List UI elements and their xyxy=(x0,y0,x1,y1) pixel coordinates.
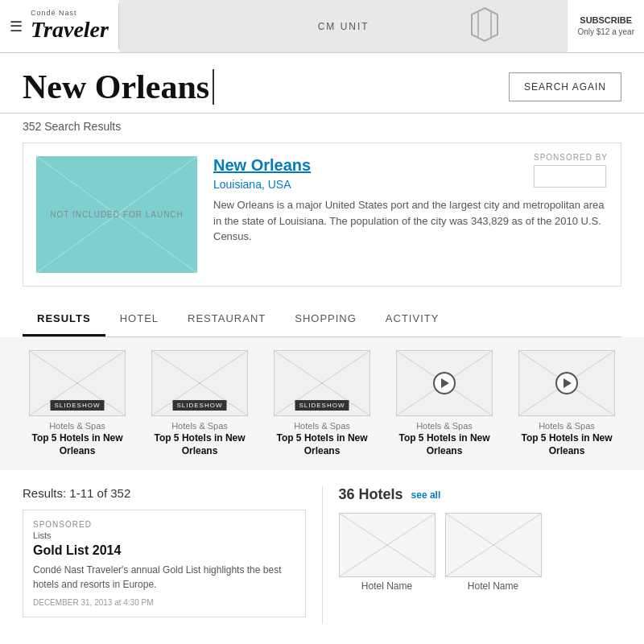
slide-thumb-2: SLIDESHOW xyxy=(151,350,248,416)
hotel-thumbs: Hotel Name Hotel Name xyxy=(339,513,622,592)
subscribe-label[interactable]: SUBSCRIBE xyxy=(577,14,634,27)
slide-thumb-4 xyxy=(396,350,493,416)
slide-item-3[interactable]: SLIDESHOW Hotels & Spas Top 5 Hotels in … xyxy=(267,350,377,457)
search-area: New Orleans SEARCH AGAIN xyxy=(0,53,644,114)
header-left: ☰ Condé Nast Traveler xyxy=(0,3,119,49)
feature-image: NOT INCLUDED FOR LAUNCH xyxy=(36,156,197,273)
search-title-wrap: New Orleans xyxy=(23,68,214,106)
slide-title-1: Top 5 Hotels in New Orleans xyxy=(23,432,132,457)
sponsored-by-label: SPONSORED BY xyxy=(534,153,608,162)
search-again-button[interactable]: SEARCH AGAIN xyxy=(509,72,621,101)
sponsored-tag: SPONSORED xyxy=(33,520,295,529)
slideshow-badge-1: SLIDESHOW xyxy=(50,400,104,411)
logo-area: Condé Nast Traveler xyxy=(31,10,109,43)
tab-activity[interactable]: ACTIVITY xyxy=(371,303,454,336)
slide-item-5[interactable]: Hotels & Spas Top 5 Hotels in New Orlean… xyxy=(512,350,621,457)
tab-hotel[interactable]: HOTEL xyxy=(105,303,173,336)
hotels-count-label: 36 Hotels xyxy=(339,486,403,503)
slide-category-2: Hotels & Spas xyxy=(171,421,228,431)
sponsored-by-box xyxy=(534,165,606,188)
brand-main: Traveler xyxy=(31,18,109,43)
play-triangle-4 xyxy=(441,378,449,388)
sponsored-by: SPONSORED BY xyxy=(534,153,608,188)
play-button-4[interactable] xyxy=(433,372,456,394)
hotel-thumb-2 xyxy=(445,513,542,577)
feature-description: New Orleans is a major United States por… xyxy=(213,197,608,245)
subscribe-area: SUBSCRIBE Only $12 a year xyxy=(568,8,644,44)
ad-label: CM UNIT xyxy=(318,21,369,32)
header-ad: CM UNIT xyxy=(119,0,568,52)
see-all-link[interactable]: see all xyxy=(411,489,441,501)
hotel-item-1[interactable]: Hotel Name xyxy=(339,513,436,592)
tab-restaurant[interactable]: RESTAURANT xyxy=(173,303,280,336)
slide-thumb-3: SLIDESHOW xyxy=(274,350,370,416)
slideshow-badge-2: SLIDESHOW xyxy=(172,400,226,411)
left-column: Results: 1-11 of 352 SPONSORED Lists Gol… xyxy=(23,486,323,624)
hotel-name-2: Hotel Name xyxy=(468,580,518,592)
slide-thumb-5 xyxy=(518,350,615,416)
slide-item-2[interactable]: SLIDESHOW Hotels & Spas Top 5 Hotels in … xyxy=(145,350,254,457)
tabs-area: RESULTS HOTEL RESTAURANT SHOPPING ACTIVI… xyxy=(23,303,621,337)
slide-category-1: Hotels & Spas xyxy=(49,421,105,431)
feature-card: NOT INCLUDED FOR LAUNCH New Orleans Loui… xyxy=(23,142,621,287)
hotel-thumb-1 xyxy=(339,513,436,577)
slide-title-4: Top 5 Hotels in New Orleans xyxy=(390,432,499,457)
tab-shopping[interactable]: SHOPPING xyxy=(280,303,371,336)
slide-item-4[interactable]: Hotels & Spas Top 5 Hotels in New Orlean… xyxy=(390,350,499,457)
play-button-5[interactable] xyxy=(555,372,578,394)
slideshow-strip: SLIDESHOW Hotels & Spas Top 5 Hotels in … xyxy=(0,337,644,470)
slideshow-badge-3: SLIDESHOW xyxy=(295,400,349,411)
hotels-heading: 36 Hotels see all xyxy=(339,486,622,503)
bottom-section: Results: 1-11 of 352 SPONSORED Lists Gol… xyxy=(0,486,644,624)
tabs: RESULTS HOTEL RESTAURANT SHOPPING ACTIVI… xyxy=(23,303,621,336)
hotel-item-2[interactable]: Hotel Name xyxy=(445,513,542,592)
sponsored-text: Condé Nast Traveler's annual Gold List h… xyxy=(33,563,295,592)
slide-title-2: Top 5 Hotels in New Orleans xyxy=(145,432,254,457)
slide-category-4: Hotels & Spas xyxy=(416,421,473,431)
search-cursor xyxy=(213,69,214,105)
page-title: New Orleans xyxy=(23,68,209,106)
slide-category-3: Hotels & Spas xyxy=(294,421,350,431)
slide-thumb-1: SLIDESHOW xyxy=(29,350,126,416)
subscribe-sub: Only $12 a year xyxy=(577,27,634,38)
results-count: 352 Search Results xyxy=(0,117,644,142)
header: ☰ Condé Nast Traveler CM UNIT SUBSCRIBE … xyxy=(0,0,644,53)
hamburger-icon[interactable]: ☰ xyxy=(10,18,23,35)
svg-marker-0 xyxy=(472,8,497,41)
hotel-name-1: Hotel Name xyxy=(361,580,412,592)
feature-img-placeholder-text: NOT INCLUDED FOR LAUNCH xyxy=(50,210,184,219)
tab-results[interactable]: RESULTS xyxy=(23,303,105,336)
map-icon xyxy=(467,6,503,43)
sponsored-card[interactable]: SPONSORED Lists Gold List 2014 Condé Nas… xyxy=(23,510,306,617)
slide-category-5: Hotels & Spas xyxy=(539,421,595,431)
slide-item-1[interactable]: SLIDESHOW Hotels & Spas Top 5 Hotels in … xyxy=(23,350,132,457)
results-heading: Results: 1-11 of 352 xyxy=(23,486,306,500)
sponsored-type: Lists xyxy=(33,530,295,540)
sponsored-title: Gold List 2014 xyxy=(33,543,295,558)
sponsored-date: DECEMBER 31, 2013 at 4:30 PM xyxy=(33,598,295,607)
slide-title-3: Top 5 Hotels in New Orleans xyxy=(267,432,377,457)
slide-title-5: Top 5 Hotels in New Orleans xyxy=(512,432,621,457)
play-triangle-5 xyxy=(564,378,572,388)
right-column: 36 Hotels see all Hotel Name xyxy=(323,486,622,624)
